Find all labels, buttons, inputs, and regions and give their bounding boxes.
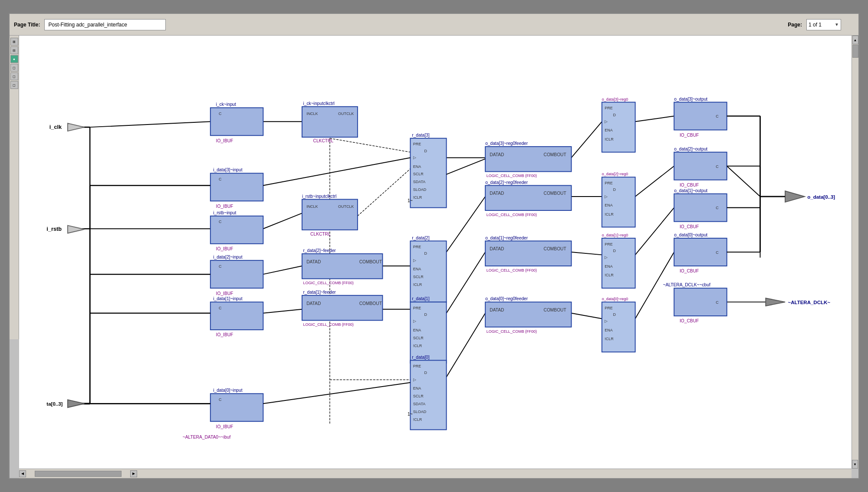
svg-text:COMBOUT: COMBOUT (544, 246, 566, 251)
page-title-value: Post-Fitting adc_parallel_interface (44, 19, 166, 30)
svg-text:IO_IBUF: IO_IBUF (216, 424, 233, 429)
svg-line-6 (263, 213, 302, 229)
svg-text:o_data[2]~output: o_data[2]~output (674, 147, 707, 151)
svg-text:i_data[2]~input: i_data[2]~input (213, 255, 242, 259)
svg-text:DATAD: DATAD (490, 246, 504, 251)
left-panel: ⊞ ⊟ ● ◻ ◻ ◻ (10, 36, 19, 339)
main-window: Page Title: Post-Fitting adc_parallel_in… (9, 13, 859, 479)
svg-line-21 (571, 121, 602, 157)
svg-text:C: C (219, 112, 222, 116)
svg-text:DATAD: DATAD (490, 152, 504, 157)
left-btn-4[interactable]: ◻ (10, 64, 18, 72)
svg-text:IO_CBUF: IO_CBUF (680, 269, 699, 273)
svg-text:1~: 1~ (408, 198, 413, 203)
svg-text:LOGIC_CELL_COMB (FF00): LOGIC_CELL_COMB (FF00) (487, 268, 537, 272)
scroll-left-btn[interactable]: ◀ (19, 470, 26, 477)
left-btn-3[interactable]: ● (10, 55, 18, 63)
left-btn-5[interactable]: ◻ (10, 72, 18, 80)
svg-text:OUTCLK: OUTCLK (338, 204, 354, 209)
svg-text:C: C (716, 250, 719, 255)
svg-text:SCLR: SCLR (413, 394, 424, 398)
svg-line-199 (263, 157, 410, 185)
svg-text:C: C (219, 220, 222, 224)
svg-line-14 (263, 309, 302, 313)
svg-text:o_data[1]~reg0: o_data[1]~reg0 (602, 233, 628, 237)
svg-text:ENA: ENA (605, 203, 612, 207)
svg-text:C: C (219, 177, 222, 181)
scroll-right-btn[interactable]: ▶ (130, 470, 137, 477)
svg-text:D: D (424, 312, 427, 317)
svg-text:1~: 1~ (408, 412, 413, 417)
svg-text:D: D (424, 149, 427, 153)
page-select[interactable]: 1 of 1 ▼ (806, 19, 841, 30)
svg-text:o_data[2]~reg0: o_data[2]~reg0 (602, 172, 628, 176)
svg-text:CLKCTRL: CLKCTRL (313, 138, 334, 143)
scroll-thumb[interactable] (35, 471, 122, 477)
svg-text:!CLR: !CLR (605, 273, 614, 277)
svg-text:o_data[2]~reg0feeder: o_data[2]~reg0feeder (485, 180, 528, 185)
svg-line-201 (447, 159, 486, 174)
svg-text:COMBOUT: COMBOUT (359, 259, 382, 264)
svg-text:PRE: PRE (605, 106, 612, 110)
svg-text:COMBOUT: COMBOUT (359, 301, 382, 306)
svg-text:i_ck~input: i_ck~input (216, 102, 236, 107)
svg-text:!CLR: !CLR (413, 195, 422, 200)
svg-text:C: C (219, 397, 222, 402)
svg-line-19 (447, 252, 486, 313)
svg-rect-173 (674, 102, 727, 130)
svg-text:D: D (424, 371, 427, 375)
svg-text:IO_CBUF: IO_CBUF (680, 318, 699, 323)
svg-text:C: C (716, 206, 719, 210)
svg-text:r_data[3]: r_data[3] (412, 133, 429, 138)
left-btn-2[interactable]: ⊟ (10, 46, 18, 54)
svg-text:CLKCTRL: CLKCTRL (310, 232, 331, 236)
svg-text:ta[0..3]: ta[0..3] (46, 401, 62, 407)
left-btn-6[interactable]: ◻ (10, 81, 18, 89)
svg-text:o_data[3]~reg0: o_data[3]~reg0 (602, 97, 628, 102)
svg-text:C: C (716, 114, 719, 118)
svg-text:r_data[1]: r_data[1] (412, 296, 429, 301)
svg-text:IO_CBUF: IO_CBUF (680, 183, 699, 187)
svg-text:i_clk: i_clk (49, 124, 62, 130)
svg-text:LOGIC_CELL_COMB (FF00): LOGIC_CELL_COMB (FF00) (487, 329, 537, 334)
svg-text:i_data[1]~input: i_data[1]~input (213, 296, 242, 301)
bottom-scrollbar[interactable]: ◀ ▶ (19, 469, 852, 478)
svg-line-20 (447, 313, 486, 377)
svg-text:IO_CBUF: IO_CBUF (680, 133, 699, 138)
svg-line-23 (571, 252, 602, 255)
svg-marker-51 (68, 226, 84, 233)
svg-text:IO_IBUF: IO_IBUF (216, 291, 233, 296)
svg-text:D: D (613, 187, 616, 192)
svg-text:IO_IBUF: IO_IBUF (216, 332, 233, 337)
svg-text:ENA: ENA (413, 328, 421, 332)
svg-rect-107 (410, 302, 446, 363)
left-btn-1[interactable]: ⊞ (10, 38, 18, 46)
svg-line-24 (571, 313, 602, 319)
page-label: Page: (788, 22, 802, 28)
svg-text:PRE: PRE (413, 364, 421, 368)
svg-line-2 (90, 121, 210, 127)
svg-rect-185 (674, 238, 727, 266)
svg-text:LOGIC_CELL_COMB (FF00): LOGIC_CELL_COMB (FF00) (303, 281, 353, 285)
toolbar: Page Title: Post-Fitting adc_parallel_in… (10, 14, 858, 36)
svg-line-13 (263, 266, 302, 274)
svg-line-30 (727, 166, 760, 197)
svg-text:OUTCLK: OUTCLK (338, 112, 354, 116)
svg-text:!CLR: !CLR (413, 417, 422, 422)
svg-text:i_ck~inputclkctrl: i_ck~inputclkctrl (303, 101, 334, 106)
svg-text:▷: ▷ (605, 194, 608, 199)
svg-text:o_data[1]~output: o_data[1]~output (674, 188, 707, 193)
right-scrollbar[interactable]: ▲ ▼ (852, 36, 858, 469)
svg-line-27 (635, 208, 674, 255)
svg-marker-40 (68, 123, 84, 131)
svg-text:DATAD: DATAD (490, 308, 504, 312)
svg-text:PRE: PRE (605, 242, 612, 246)
page-value: 1 of 1 (809, 22, 822, 28)
svg-text:i_rstb~inputclkctrl: i_rstb~inputclkctrl (302, 194, 336, 199)
svg-text:!CLR: !CLR (605, 212, 614, 216)
svg-text:r_data[1]~feeder: r_data[1]~feeder (303, 290, 336, 295)
svg-text:i_rstb~input: i_rstb~input (213, 210, 236, 215)
svg-text:r_data[2]: r_data[2] (412, 236, 429, 240)
svg-text:INCLK: INCLK (306, 112, 318, 116)
svg-text:!CLR: !CLR (605, 137, 614, 141)
